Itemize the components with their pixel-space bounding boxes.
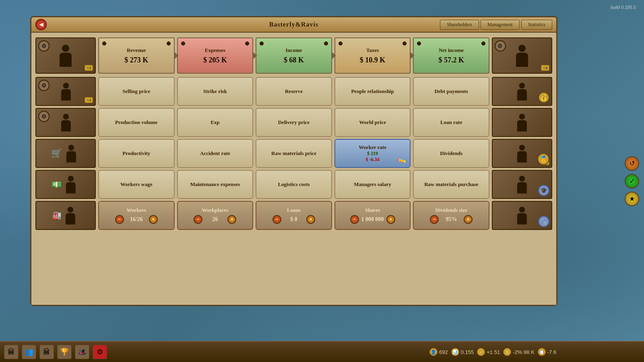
gear-r2-left: ⚙ (38, 111, 50, 122)
stat-dot-left (102, 41, 106, 46)
gear-icon-left: ⚙ (38, 40, 50, 52)
avatar-left-top: ⚙ +4 (35, 37, 96, 74)
workers-plus-btn[interactable]: + (149, 215, 158, 224)
workplaces-plus-btn[interactable]: + (227, 215, 236, 224)
loans-plus-btn[interactable]: + (306, 215, 315, 224)
stat-dot-right-5 (481, 41, 485, 46)
shares-value: 1 000 000 (361, 216, 384, 223)
cell-workers-wage[interactable]: Workers wage (98, 170, 175, 199)
shares-controls: − 1 000 000 + (350, 215, 395, 224)
world-price-label: World price (359, 119, 386, 126)
person-silhouette-right (513, 45, 531, 67)
close-button[interactable]: ◀ (35, 19, 47, 30)
cell-raw-materials-price[interactable]: Raw materials price (256, 139, 332, 168)
bottom-icon-office[interactable]: 🏛 (39, 345, 54, 359)
revenue-value: $ 273 K (124, 56, 148, 64)
stats-row: ⚙ +4 Revenue $ 273 K Expenses $ 205 K (35, 37, 552, 74)
dividends-size-label: Dividends size (436, 207, 467, 213)
cell-delivery-price[interactable]: Delivery price (256, 108, 332, 137)
avatar-row4-left: 💵 (35, 170, 96, 199)
bottom-stat-rate: 📊 0.155 (451, 348, 474, 356)
cell-dividends[interactable]: Dividends (413, 139, 489, 168)
cell-raw-materials-purchase[interactable]: Raw materials purchase (413, 170, 489, 199)
avatar-row3-left: 🛒 (35, 139, 96, 168)
stat-net-income: Net income $ 57.2 K (413, 37, 489, 74)
title-bar: ◀ Basterly&Ravis Shareholders Management… (31, 17, 556, 33)
shares-label: Shares (365, 207, 380, 213)
cell-strike-risk[interactable]: Strike risk (177, 77, 254, 106)
dividends-size-plus-btn[interactable]: + (464, 215, 473, 224)
person-r3-right (515, 145, 529, 162)
avatar-control-left: 🏭 (35, 201, 96, 230)
avatar-row2-left: ⚙ (35, 108, 96, 137)
grid-section: ⚙ +4 Selling price Strike risk Reserve P… (35, 77, 552, 230)
bottom-stat-population: 👤 692 (429, 348, 448, 356)
workers-minus-btn[interactable]: − (115, 215, 124, 224)
cell-exp[interactable]: Exp (177, 108, 254, 137)
cell-maintenance-expenses[interactable]: Maintenance expenses (177, 170, 254, 199)
net-income-value: $ 57.2 K (438, 56, 464, 64)
stat-expenses: Expenses $ 205 K (177, 37, 254, 74)
cell-reserve[interactable]: Reserve (256, 77, 332, 106)
side-btn-green[interactable]: ✓ (625, 174, 639, 188)
cell-productivity[interactable]: Productivity (98, 139, 175, 168)
loans-value: $ 0 (284, 216, 304, 223)
money-icon: 💵 (52, 180, 62, 189)
workplaces-minus-btn[interactable]: − (194, 215, 202, 224)
cell-accident-rate[interactable]: Accident rate (177, 139, 254, 168)
stat-dot-right (167, 41, 171, 46)
bottom-icon-building[interactable]: 🏛 (4, 345, 19, 359)
avatar-right-top: ⚙ +4 (492, 37, 552, 74)
tab-shareholders[interactable]: Shareholders (440, 20, 479, 30)
grid-row-3: 🛒 Productivity Accident rate Raw materia… (35, 139, 552, 168)
stat-dot-right-4 (402, 41, 407, 46)
dividends-size-minus-btn[interactable]: − (430, 215, 439, 224)
bottom-icon-hat[interactable]: 🎩 (75, 345, 89, 359)
stat-income: Income $ 68 K (256, 37, 332, 74)
tab-management[interactable]: Management (481, 20, 520, 30)
workers-label: Workers (127, 207, 146, 213)
strike-risk-label: Strike risk (203, 88, 227, 95)
bottom-icon-people[interactable]: 👥 (22, 345, 36, 359)
side-buttons: ↺ ✓ ★ (625, 156, 639, 206)
cell-world-price[interactable]: World price (334, 108, 411, 137)
workers-controls: − 16/26 + (115, 215, 158, 224)
stat-dot-left-2 (181, 41, 185, 46)
cell-people-relationship[interactable]: People relationship (334, 77, 411, 106)
content-area: ⚙ +4 Revenue $ 273 K Expenses $ 205 K (31, 33, 556, 305)
maintenance-expenses-label: Maintenance expenses (190, 181, 240, 188)
resource-icon: $ (503, 348, 511, 356)
cell-managers-salary[interactable]: Managers salary (334, 170, 411, 199)
tab-statistics[interactable]: Statistics (521, 20, 552, 30)
cell-loan-rate[interactable]: Loan rate (413, 108, 489, 137)
side-btn-yellow[interactable]: ★ (625, 192, 639, 206)
loans-minus-btn[interactable]: − (272, 215, 281, 224)
stat-dot-left-5 (417, 41, 421, 46)
cell-logistics-costs[interactable]: Logistics costs (256, 170, 332, 199)
avatar-row1-right: 💰 (492, 77, 552, 106)
medal-icon: 🏅 (537, 153, 549, 165)
cell-production-volume[interactable]: Production volume (98, 108, 175, 137)
production-volume-label: Production volume (115, 119, 158, 126)
cell-selling-price[interactable]: Selling price (98, 77, 175, 106)
shares-minus-btn[interactable]: − (350, 215, 359, 224)
raw-materials-price-label: Raw materials price (271, 150, 316, 157)
side-btn-orange[interactable]: ↺ (625, 156, 639, 171)
person-ctrl-right (515, 207, 529, 224)
revenue-arrow (174, 52, 179, 60)
level-badge-left: +4 (85, 65, 93, 71)
grid-row-2: ⚙ Production volume Exp Delivery price W… (35, 108, 552, 137)
person-r2-right (515, 114, 529, 131)
bottom-icon-gear[interactable]: ⚙ (93, 345, 107, 359)
bottom-stat-resource: $ -2% 98 K (503, 348, 534, 356)
dividends-size-value: 95% (441, 216, 461, 223)
cell-debt-payments[interactable]: Debt payments (413, 77, 489, 106)
grid-row-4: 💵 Workers wage Maintenance expenses Logi… (35, 170, 552, 199)
shares-plus-btn[interactable]: + (386, 215, 395, 224)
dividends-size-controls: − 95% + (430, 215, 473, 224)
bottom-icon-trophy[interactable]: 🏆 (57, 345, 72, 359)
population-value: 692 (439, 349, 448, 355)
graduation-icon: 🎓 (538, 185, 549, 196)
cell-worker-rate[interactable]: Worker rate $ 219 $ -6.34 ✏️ (334, 139, 411, 168)
wrench-icon: 🔧 (538, 216, 549, 227)
